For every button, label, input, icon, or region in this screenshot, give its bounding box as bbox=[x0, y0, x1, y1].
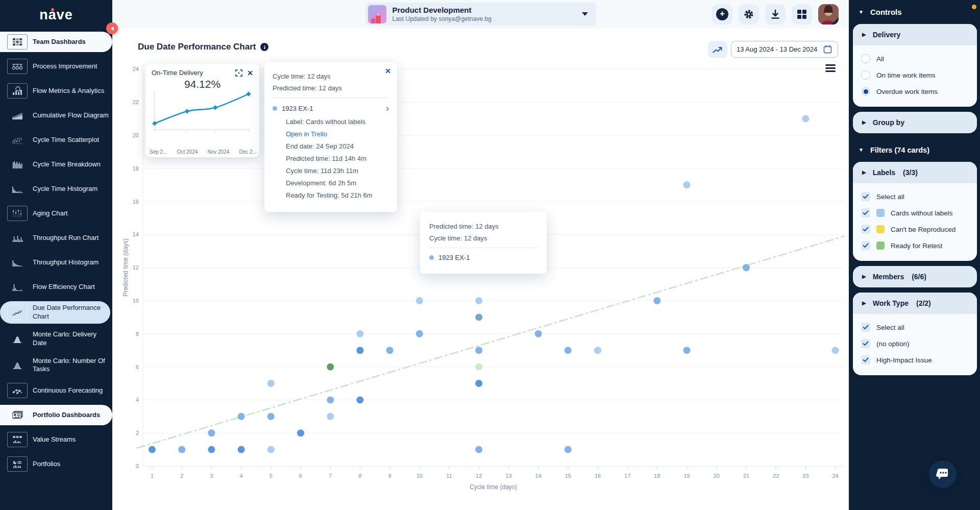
sidebar-item-aging-chart[interactable]: Aging Chart bbox=[0, 203, 112, 224]
radio-option-all[interactable]: All bbox=[861, 51, 969, 67]
section-header-labels[interactable]: ▶Labels(3/3) bbox=[853, 162, 977, 183]
board-selector[interactable]: Product Development Last Updated by sony… bbox=[365, 3, 596, 26]
scatter-point[interactable] bbox=[238, 446, 245, 453]
trendline-toggle-button[interactable] bbox=[708, 41, 727, 58]
scatter-point[interactable] bbox=[386, 347, 394, 354]
scatter-point[interactable] bbox=[832, 347, 839, 354]
section-header-group-by[interactable]: ▶Group by bbox=[853, 112, 977, 133]
scatter-point[interactable] bbox=[178, 446, 185, 453]
info-icon[interactable]: i bbox=[260, 43, 268, 51]
add-button[interactable]: + bbox=[712, 4, 732, 25]
checkbox-option--no-option-[interactable]: (no option) bbox=[861, 335, 969, 352]
expand-icon[interactable] bbox=[235, 69, 242, 77]
sidebar-item-label: Cycle Time Scatterplot bbox=[33, 136, 109, 144]
scatter-point[interactable] bbox=[475, 347, 482, 354]
sidebar-item-process-improvement[interactable]: Process Improvement bbox=[0, 56, 112, 77]
sidebar-item-monte-carlo-delivery-date[interactable]: Monte Carlo: Delivery Date bbox=[0, 328, 112, 350]
scatter-point[interactable] bbox=[356, 347, 363, 354]
sidebar-item-continuous-forecasting[interactable]: Continuous Forecasting bbox=[0, 380, 112, 401]
sidebar-item-flow-efficiency-chart[interactable]: Flow Efficiency Chart bbox=[0, 277, 112, 297]
scatter-point[interactable] bbox=[327, 396, 334, 403]
sidebar-item-portfolio-dashboards[interactable]: Portfolio Dashboards bbox=[0, 405, 112, 425]
scatter-point[interactable] bbox=[416, 330, 423, 337]
board-thumbnail-icon bbox=[368, 5, 386, 23]
checkbox-option-high-impact-issue[interactable]: High-Impact Issue bbox=[861, 352, 969, 368]
date-range-input[interactable]: 13 Aug 2024 - 13 Dec 2024 bbox=[731, 41, 838, 58]
checkbox-checked-icon bbox=[861, 225, 870, 234]
scatter-point[interactable] bbox=[267, 380, 275, 387]
section-header-members[interactable]: ▶Members(6/6) bbox=[853, 266, 977, 287]
chart-context-menu-button[interactable] bbox=[825, 64, 836, 74]
scatter-point[interactable] bbox=[238, 413, 245, 420]
bell-curve-bars-icon bbox=[7, 357, 28, 373]
scatter-point[interactable] bbox=[297, 429, 304, 436]
sidebar-collapse-button[interactable] bbox=[106, 22, 118, 34]
scatter-point[interactable] bbox=[565, 347, 572, 354]
sidebar-item-cycle-time-histogram[interactable]: Cycle Time Histogram bbox=[0, 179, 112, 199]
sidebar-item-flow-metrics-analytics[interactable]: Flow Metrics & Analytics bbox=[0, 81, 112, 101]
scatter-point[interactable] bbox=[475, 297, 482, 304]
sidebar-item-label: Monte Carlo: Number Of Tasks bbox=[33, 357, 109, 374]
label-color-chip bbox=[876, 209, 885, 217]
plus-icon: + bbox=[716, 8, 728, 20]
sidebar-item-throughput-histogram[interactable]: Throughput Histogram bbox=[0, 252, 112, 273]
scatter-point[interactable] bbox=[416, 297, 423, 304]
chevron-right-icon: ▶ bbox=[862, 301, 866, 306]
chat-launcher-button[interactable] bbox=[929, 460, 957, 488]
scatter-point[interactable] bbox=[267, 446, 275, 453]
scatter-point[interactable] bbox=[743, 264, 750, 271]
sidebar-item-portfolios[interactable]: Portfolios bbox=[0, 454, 112, 474]
user-avatar[interactable] bbox=[818, 4, 839, 25]
scatter-point[interactable] bbox=[475, 363, 482, 371]
tooltip-card-row[interactable]: 1923 EX-1 › bbox=[273, 104, 389, 113]
checkbox-option-select-all[interactable]: Select all bbox=[861, 319, 969, 335]
logo-text: nave bbox=[39, 7, 73, 23]
scatter-point[interactable] bbox=[327, 413, 334, 420]
checkbox-option-cards-without-labels[interactable]: Cards without labels bbox=[861, 205, 969, 221]
radio-option-on-time-work-items[interactable]: On time work items bbox=[861, 67, 969, 83]
radio-option-overdue-work-items[interactable]: Overdue work items bbox=[861, 83, 969, 100]
scatter-point[interactable] bbox=[356, 396, 363, 403]
scatter-point[interactable] bbox=[475, 446, 482, 453]
scatter-point[interactable] bbox=[475, 380, 482, 387]
scatter-point[interactable] bbox=[475, 313, 482, 321]
settings-button[interactable] bbox=[739, 4, 759, 25]
logo-accent-dot bbox=[51, 8, 54, 11]
scatter-point[interactable] bbox=[208, 446, 215, 453]
filters-section-header[interactable]: ▼Filters (74 cards) bbox=[849, 138, 980, 162]
scatter-point[interactable] bbox=[565, 446, 572, 453]
section-header-delivery[interactable]: ▶Delivery bbox=[853, 24, 977, 45]
scatter-point[interactable] bbox=[653, 297, 660, 304]
scatter-point[interactable] bbox=[356, 330, 363, 337]
controls-panel-header[interactable]: ▼ Controls bbox=[849, 0, 980, 24]
sidebar-item-team-dashbards[interactable]: Team Dashbards bbox=[0, 32, 112, 52]
chevron-down-icon bbox=[582, 12, 588, 16]
scatter-point[interactable] bbox=[683, 181, 691, 188]
sidebar-item-cycle-time-breakdown[interactable]: Cycle Time Breakdown bbox=[0, 154, 112, 175]
sidebar-item-cumulative-flow-diagram[interactable]: Cumulative Flow Diagram bbox=[0, 105, 112, 126]
sidebar-item-throughput-run-chart[interactable]: Throughput Run Chart bbox=[0, 228, 112, 248]
close-icon[interactable]: ✕ bbox=[247, 69, 253, 77]
apps-button[interactable] bbox=[792, 4, 812, 25]
checkbox-option-select-all[interactable]: Select all bbox=[861, 188, 969, 205]
sidebar-item-value-streams[interactable]: Value Streams bbox=[0, 429, 112, 450]
scatter-point[interactable] bbox=[327, 363, 334, 371]
download-button[interactable] bbox=[765, 4, 786, 25]
close-icon[interactable]: ✕ bbox=[385, 67, 391, 75]
scatter-point[interactable] bbox=[149, 446, 156, 453]
sidebar-item-monte-carlo-number-of-tasks[interactable]: Monte Carlo: Number Of Tasks bbox=[0, 354, 112, 377]
scatter-point[interactable] bbox=[594, 347, 601, 354]
scatter-point[interactable] bbox=[535, 330, 542, 337]
checkbox-option-can-t-be-reproduced[interactable]: Can't be Reproduced bbox=[861, 221, 969, 237]
sidebar-item-due-date-performance-chart[interactable]: Due Date Performance Chart bbox=[0, 301, 110, 324]
option-label: Ready for Retest bbox=[891, 242, 942, 250]
open-in-trello-link[interactable]: Open in Trello bbox=[286, 130, 389, 138]
section-label: Group by bbox=[873, 118, 904, 127]
scatter-point[interactable] bbox=[267, 413, 275, 420]
scatter-point[interactable] bbox=[683, 347, 691, 354]
scatter-point[interactable] bbox=[802, 115, 809, 123]
checkbox-option-ready-for-retest[interactable]: Ready for Retest bbox=[861, 237, 969, 254]
section-header-work-type[interactable]: ▶Work Type(2/2) bbox=[853, 293, 977, 314]
scatter-point[interactable] bbox=[208, 429, 215, 436]
sidebar-item-cycle-time-scatterplot[interactable]: Cycle Time Scatterplot bbox=[0, 130, 112, 150]
